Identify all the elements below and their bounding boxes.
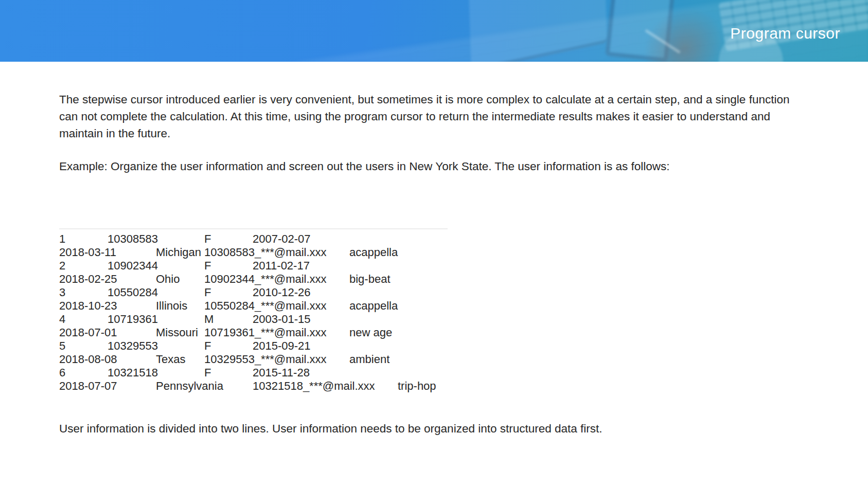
cell: Illinois <box>156 299 187 313</box>
page-header: Program cursor <box>0 0 868 62</box>
closing-paragraph: User information is divided into two lin… <box>59 420 805 437</box>
cell: 2018-07-01 <box>59 326 117 339</box>
cell: F <box>204 259 211 273</box>
table-top-divider <box>59 228 448 229</box>
cell: trip-hop <box>398 379 436 393</box>
cell: F <box>204 232 211 246</box>
cell: 2018-10-23 <box>59 299 117 313</box>
cell: 2018-02-25 <box>59 273 117 286</box>
cell: 2015-11-28 <box>253 366 310 379</box>
example-paragraph: Example: Organize the user information a… <box>59 158 805 175</box>
cell: 10550284 <box>108 286 158 299</box>
cell: 2010-12-26 <box>253 286 311 299</box>
cell: 2018-03-11 <box>59 246 116 259</box>
cell: 10321518 <box>108 366 158 379</box>
cell: 10719361_***@mail.xxx <box>204 326 327 339</box>
cell: 2015-09-21 <box>253 339 311 353</box>
table-row: 4 10719361 M 2003-01-15 <box>59 313 448 326</box>
cell: 2018-08-08 <box>59 353 117 366</box>
cell: Missouri <box>156 326 198 339</box>
cell: F <box>204 339 211 353</box>
cell: 10550284_***@mail.xxx <box>204 299 327 313</box>
cell: acappella <box>349 299 398 313</box>
cell: 2018-07-07 <box>59 379 117 393</box>
table-row: 2018-02-25 Ohio 10902344_***@mail.xxx bi… <box>59 273 448 286</box>
user-data-listing: 1 10308583 F 2007-02-07 2018-03-11 Michi… <box>59 228 448 393</box>
cell: 5 <box>59 339 65 353</box>
cell: 10902344 <box>108 259 158 273</box>
table-row: 2018-08-08 Texas 10329553_***@mail.xxx a… <box>59 353 448 366</box>
table-row: 1 10308583 F 2007-02-07 <box>59 232 448 246</box>
cell: Ohio <box>156 273 180 286</box>
cell: new age <box>349 326 392 339</box>
cell: Michigan <box>156 246 201 259</box>
table-row: 2018-10-23 Illinois 10550284_***@mail.xx… <box>59 299 448 313</box>
table-row: 3 10550284 F 2010-12-26 <box>59 286 448 299</box>
cell: F <box>204 286 211 299</box>
cell: ambient <box>349 353 389 366</box>
cell: 2003-01-15 <box>253 313 311 326</box>
cell: big-beat <box>349 273 391 286</box>
table-row: 2018-07-01 Missouri 10719361_***@mail.xx… <box>59 326 448 339</box>
cell: F <box>204 366 211 379</box>
cell: 3 <box>59 286 65 299</box>
cell: 6 <box>59 366 65 379</box>
cell: 1 <box>59 232 65 246</box>
cell: Pennsylvania <box>156 379 223 393</box>
table-row: 2018-03-11 Michigan 10308583_***@mail.xx… <box>59 246 448 259</box>
cell: 4 <box>59 313 65 326</box>
table-row: 6 10321518 F 2015-11-28 <box>59 366 448 379</box>
cell: 10308583_***@mail.xxx <box>204 246 327 259</box>
cell: 10902344_***@mail.xxx <box>204 273 327 286</box>
cell: 10329553 <box>108 339 158 353</box>
cell: 10308583 <box>108 232 158 246</box>
cell: 10329553_***@mail.xxx <box>204 353 327 366</box>
cell: 2011-02-17 <box>253 259 310 273</box>
page-title: Program cursor <box>730 25 840 42</box>
cell: acappella <box>349 246 398 259</box>
cell: M <box>204 313 214 326</box>
intro-paragraph: The stepwise cursor introduced earlier i… <box>59 91 805 142</box>
cell: 10719361 <box>108 313 158 326</box>
cell: Texas <box>156 353 185 366</box>
cell: 10321518_***@mail.xxx <box>253 379 375 393</box>
table-row: 5 10329553 F 2015-09-21 <box>59 339 448 353</box>
table-row: 2 10902344 F 2011-02-17 <box>59 259 448 273</box>
cell: 2007-02-07 <box>253 232 311 246</box>
cell: 2 <box>59 259 65 273</box>
table-row: 2018-07-07 Pennsylvania 10321518_***@mai… <box>59 379 448 393</box>
